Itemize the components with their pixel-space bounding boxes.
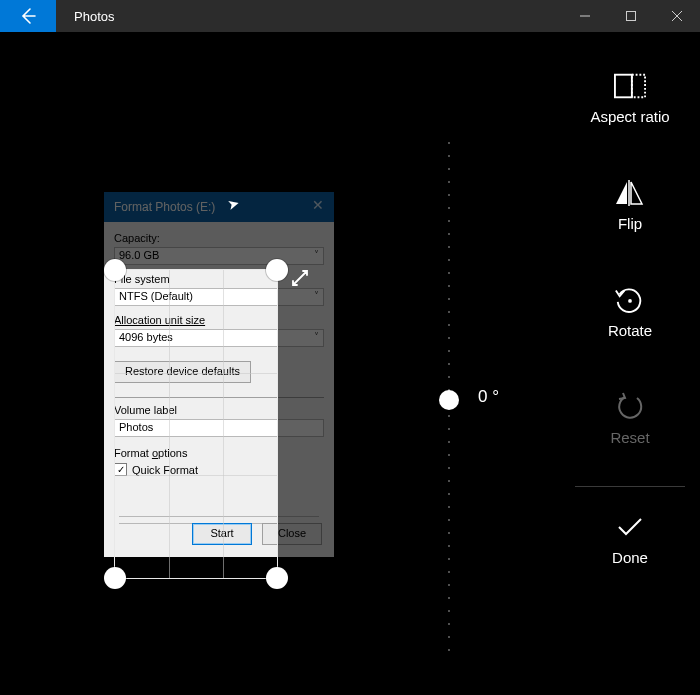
flip-label: Flip (618, 215, 642, 232)
crop-grid-line (223, 270, 224, 578)
crop-handle-ne[interactable] (266, 259, 288, 281)
titlebar: Photos (0, 0, 700, 32)
reset-label: Reset (610, 429, 649, 446)
crop-handle-sw[interactable] (104, 567, 126, 589)
edit-tools-panel: Aspect ratio Flip Rotate (560, 32, 700, 695)
flip-icon (614, 177, 646, 209)
reset-button[interactable]: Reset (610, 391, 649, 446)
aspect-ratio-button[interactable]: Aspect ratio (590, 70, 669, 125)
check-icon (614, 511, 646, 543)
svg-rect-1 (615, 75, 632, 98)
crop-mask-right (278, 269, 334, 557)
rotate-label: Rotate (608, 322, 652, 339)
straighten-value-label: 0 ° (478, 387, 499, 407)
rotate-icon (614, 284, 646, 316)
crop-handle-se[interactable] (266, 567, 288, 589)
straighten-slider-handle[interactable] (439, 390, 459, 410)
back-button[interactable] (0, 0, 56, 32)
aspect-ratio-label: Aspect ratio (590, 108, 669, 125)
crop-grid-line (115, 373, 277, 374)
minimize-button[interactable] (562, 0, 608, 32)
photos-crop-window: Photos Format Photos (E:) ✕ Capacity: 96… (0, 0, 700, 695)
crop-grid-line (169, 270, 170, 578)
svg-rect-0 (627, 12, 636, 21)
maximize-icon (625, 10, 637, 22)
window-controls (562, 0, 700, 32)
svg-point-3 (628, 299, 632, 303)
crop-grid-line (115, 475, 277, 476)
app-title: Photos (74, 9, 114, 24)
close-icon (671, 10, 683, 22)
minimize-icon (579, 10, 591, 22)
crop-rectangle[interactable] (114, 269, 278, 579)
crop-canvas: Format Photos (E:) ✕ Capacity: 96.0 GB F… (0, 32, 560, 695)
done-button[interactable]: Done (575, 486, 685, 566)
back-arrow-icon (18, 6, 38, 26)
crop-mask-top (104, 192, 334, 269)
svg-rect-2 (632, 75, 645, 98)
maximize-button[interactable] (608, 0, 654, 32)
rotate-button[interactable]: Rotate (608, 284, 652, 339)
crop-handle-nw[interactable] (104, 259, 126, 281)
flip-button[interactable]: Flip (614, 177, 646, 232)
reset-icon (614, 391, 646, 423)
aspect-ratio-icon (614, 70, 646, 102)
close-button[interactable] (654, 0, 700, 32)
done-label: Done (612, 549, 648, 566)
